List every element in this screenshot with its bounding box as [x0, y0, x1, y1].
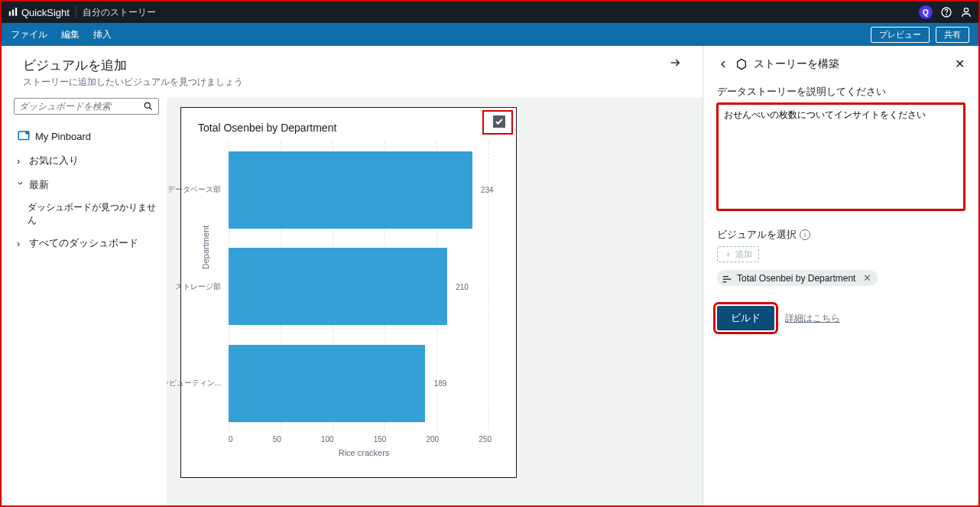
menu-file[interactable]: ファイル [11, 28, 47, 41]
bar-category-label: コンピューティン... [167, 378, 221, 388]
select-visual-label: ビジュアルを選択 [717, 228, 797, 242]
bar-rect: 210 [229, 248, 447, 325]
selected-visual-chip[interactable]: Total Osenbei by Department ✕ [717, 270, 878, 286]
chip-label: Total Osenbei by Department [737, 273, 855, 284]
bar-chart-icon [722, 273, 732, 284]
xtick: 0 [229, 435, 233, 444]
all-dashboards-label: すべてのダッシュボード [29, 236, 138, 250]
add-visual-title: ビジュアルを追加 [23, 57, 243, 74]
svg-rect-1 [12, 10, 14, 16]
chevron-left-icon[interactable] [717, 58, 729, 70]
menubar: ファイル 編集 挿入 プレビュー 共有 [2, 23, 978, 46]
sidebar-all-dashboards[interactable]: › すべてのダッシュボード [14, 231, 159, 255]
bar-category-label: ストレージ部 [175, 281, 221, 292]
chart-title: Total Osenbei by Department [198, 122, 499, 134]
chevron-right-icon: › [17, 155, 24, 167]
add-visual-subtitle: ストーリーに追加したいビジュアルを見つけましょう [23, 76, 243, 89]
check-icon [495, 117, 504, 126]
collapse-panel-icon[interactable] [669, 57, 687, 71]
build-button[interactable]: ビルド [717, 306, 774, 330]
chart-plot: Department データベース部234ストレージ部210コンピューティン..… [229, 141, 499, 432]
details-link[interactable]: 詳細はこちら [785, 312, 840, 325]
bar-rect: 189 [229, 345, 425, 422]
chevron-down-icon: › [15, 181, 27, 189]
pinboard-icon [17, 129, 31, 143]
titlebar: QuickSight 自分のストーリー Q [2, 2, 978, 23]
sidebar-favorites[interactable]: › お気に入り [14, 148, 159, 173]
bar-value-label: 210 [456, 282, 469, 291]
xtick: 200 [427, 435, 440, 444]
canvas-area: Total Osenbei by Department Department デ… [167, 98, 703, 505]
bar-category-label: データベース部 [167, 184, 221, 195]
bar-row: コンピューティン...189 [229, 335, 499, 432]
sidebar-recent[interactable]: › 最新 [14, 173, 159, 197]
q-assistant-icon[interactable]: Q [919, 5, 933, 19]
chart-xaxis: 050100150200250 [229, 435, 499, 444]
add-label: 追加 [735, 249, 752, 260]
product-logo[interactable]: QuickSight [8, 7, 70, 18]
svg-point-5 [964, 8, 968, 12]
preview-button[interactable]: プレビュー [871, 27, 930, 43]
xtick: 150 [374, 435, 387, 444]
describe-label: データストーリーを説明してください [717, 85, 965, 99]
svg-point-6 [144, 102, 150, 108]
pinboard-label: My Pinboard [35, 131, 91, 142]
bar-value-label: 189 [434, 379, 447, 388]
svg-rect-0 [9, 11, 11, 16]
help-icon[interactable] [940, 6, 952, 18]
hexagon-icon [735, 58, 748, 70]
breadcrumb[interactable]: 自分のストーリー [83, 6, 156, 19]
product-name: QuickSight [21, 7, 70, 18]
xtick: 50 [273, 435, 281, 444]
chart-ylabel: Department [201, 226, 210, 269]
svg-point-8 [25, 131, 29, 135]
add-visual-header: ビジュアルを追加 ストーリーに追加したいビジュアルを見つけましょう [2, 46, 703, 98]
story-build-panel: ストーリーを構築 ✕ データストーリーを説明してください ビジュアルを選択 i … [703, 46, 978, 505]
menu-edit[interactable]: 編集 [61, 28, 80, 41]
search-icon [143, 101, 154, 112]
divider [76, 6, 76, 18]
xtick: 250 [479, 435, 492, 444]
quicksight-icon [8, 7, 18, 18]
right-panel-title: ストーリーを構築 [754, 57, 839, 71]
svg-point-4 [946, 15, 947, 15]
info-icon[interactable]: i [800, 229, 810, 240]
chip-remove-icon[interactable]: ✕ [863, 272, 871, 284]
bar-row: ストレージ部210 [229, 239, 499, 336]
menu-insert[interactable]: 挿入 [93, 28, 112, 41]
story-description-input[interactable] [717, 103, 965, 210]
visual-card[interactable]: Total Osenbei by Department Department デ… [180, 107, 517, 478]
share-button[interactable]: 共有 [936, 27, 969, 43]
add-visual-button[interactable]: ＋ 追加 [717, 246, 759, 262]
plus-icon: ＋ [724, 249, 732, 260]
chart-xlabel: Rice crackers [229, 448, 499, 457]
chevron-right-icon: › [17, 238, 24, 249]
svg-rect-2 [15, 8, 17, 16]
bar-row: データベース部234 [229, 141, 499, 239]
sidebar-pinboard[interactable]: My Pinboard [14, 124, 159, 148]
dashboards-not-found: ダッシュボードが見つかりません [14, 197, 159, 231]
dashboard-search[interactable] [14, 98, 159, 115]
close-icon[interactable]: ✕ [955, 57, 965, 71]
xtick: 100 [321, 435, 334, 444]
favorites-label: お気に入り [29, 154, 79, 167]
sidebar: My Pinboard › お気に入り › 最新 ダッシュボードが見つかりません… [2, 98, 167, 505]
user-icon[interactable] [960, 6, 972, 18]
recent-label: 最新 [29, 178, 49, 192]
search-input[interactable] [19, 101, 143, 112]
bar-value-label: 234 [481, 186, 494, 194]
bar-rect: 234 [229, 151, 472, 229]
visual-checkbox[interactable] [493, 115, 505, 128]
